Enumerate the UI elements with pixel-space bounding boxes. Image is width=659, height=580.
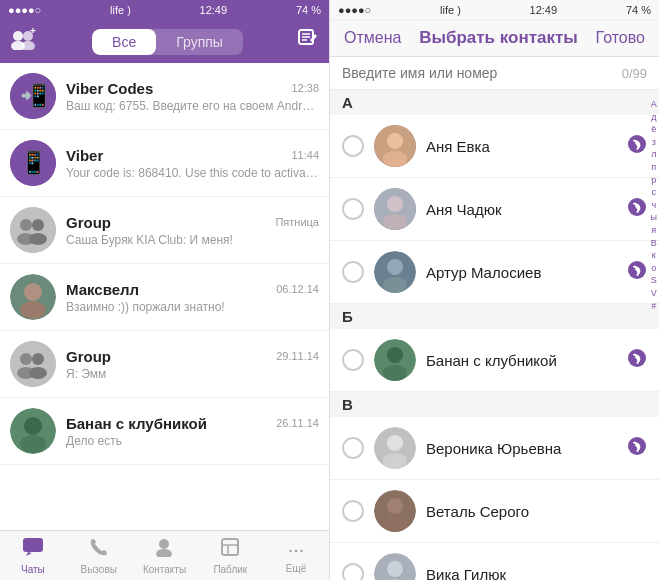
svg-point-53 <box>383 453 407 469</box>
index-l[interactable]: л <box>651 148 657 161</box>
calls-icon <box>89 537 109 562</box>
index-k[interactable]: к <box>651 249 657 262</box>
left-header: + Все Группы <box>0 20 329 63</box>
svg-point-48 <box>387 347 403 363</box>
radio-veronika[interactable] <box>342 437 364 459</box>
svg-point-28 <box>20 435 46 453</box>
index-S[interactable]: S <box>651 274 657 287</box>
radio-banan[interactable] <box>342 349 364 371</box>
chat-item-banan[interactable]: Банан с клубникой 26.11.14 Дело есть <box>0 398 329 465</box>
chat-name: Банан с клубникой <box>66 415 207 432</box>
radio-vika[interactable] <box>342 563 364 580</box>
done-button[interactable]: Готово <box>596 29 645 47</box>
svg-point-41 <box>383 214 407 230</box>
contact-item-artur[interactable]: Артур Малосиев <box>330 241 659 304</box>
add-group-button[interactable]: + <box>10 28 38 55</box>
nav-public[interactable]: Паблик <box>197 537 263 575</box>
svg-point-45 <box>383 277 407 293</box>
chat-item-group1[interactable]: Group Пятница Саша Буряк KIA Club: И мен… <box>0 197 329 264</box>
search-input[interactable] <box>342 65 622 81</box>
index-v[interactable]: В <box>651 237 657 250</box>
index-yo[interactable]: ё <box>651 123 657 136</box>
cancel-button[interactable]: Отмена <box>344 29 401 47</box>
time-right: 12:49 <box>530 4 558 16</box>
svg-rect-32 <box>222 539 238 555</box>
index-ch[interactable]: ч <box>651 199 657 212</box>
tab-groups[interactable]: Группы <box>156 29 243 55</box>
chat-preview: Саша Буряк KIA Club: И меня! <box>66 233 319 247</box>
tab-all[interactable]: Все <box>92 29 156 55</box>
svg-point-52 <box>387 435 403 451</box>
nav-more[interactable]: ··· Ещё <box>263 538 329 574</box>
svg-point-3 <box>21 41 35 50</box>
contact-name-banan: Банан с клубникой <box>426 352 627 369</box>
contact-item-vetal[interactable]: Веталь Серого <box>330 480 659 543</box>
index-a[interactable]: А <box>651 98 657 111</box>
contact-name-vika: Вика Гилюк <box>426 566 647 581</box>
avatar-group1 <box>10 207 56 253</box>
chat-info-viber: Viber 11:44 Your code is: 868410. Use th… <box>66 147 319 180</box>
search-bar: 0/99 <box>330 57 659 90</box>
index-ya[interactable]: я <box>651 224 657 237</box>
index-o[interactable]: о <box>651 262 657 275</box>
more-icon: ··· <box>288 538 305 561</box>
svg-point-25 <box>29 367 47 379</box>
public-icon <box>220 537 240 562</box>
chat-item-viber[interactable]: 📱 Viber 11:44 Your code is: 868410. Use … <box>0 130 329 197</box>
chat-time: 26.11.14 <box>276 417 319 429</box>
nav-contacts[interactable]: Контакты <box>132 537 198 575</box>
radio-vetal[interactable] <box>342 500 364 522</box>
svg-point-36 <box>387 133 403 149</box>
nav-chats[interactable]: Чаты <box>0 537 66 575</box>
index-s[interactable]: с <box>651 186 657 199</box>
radio-anya-evka[interactable] <box>342 135 364 157</box>
index-hash[interactable]: # <box>651 300 657 313</box>
svg-point-14 <box>20 219 32 231</box>
index-p[interactable]: п <box>651 161 657 174</box>
time-left: 12:49 <box>200 4 228 16</box>
svg-point-0 <box>13 31 23 41</box>
svg-point-22 <box>20 353 32 365</box>
index-V[interactable]: V <box>651 287 657 300</box>
radio-anya-chadyuk[interactable] <box>342 198 364 220</box>
avatar-banan-contact <box>374 339 416 381</box>
avatar-anya-evka <box>374 125 416 167</box>
chat-item-group2[interactable]: Group 29.11.14 Я: Эмм <box>0 331 329 398</box>
nav-label-chats: Чаты <box>21 564 45 575</box>
chat-item-maxwell[interactable]: Максвелл 06.12.14 Взаимно :)) поржали зн… <box>0 264 329 331</box>
index-z[interactable]: з <box>651 136 657 149</box>
signal-left: ●●●●○ <box>8 4 41 16</box>
chats-icon <box>22 537 44 562</box>
chat-info-maxwell: Максвелл 06.12.14 Взаимно :)) поржали зн… <box>66 281 319 314</box>
contact-item-anya-evka[interactable]: Аня Евка <box>330 115 659 178</box>
viber-badge-artur <box>627 260 647 285</box>
contact-item-veronika[interactable]: Вероника Юрьевна <box>330 417 659 480</box>
chat-time: 06.12.14 <box>276 283 319 295</box>
nav-calls[interactable]: Вызовы <box>66 537 132 575</box>
avatar-vetal <box>374 490 416 532</box>
svg-point-59 <box>387 561 403 577</box>
index-y[interactable]: ы <box>651 211 657 224</box>
radio-artur[interactable] <box>342 261 364 283</box>
nav-label-contacts: Контакты <box>143 564 186 575</box>
svg-text:+: + <box>30 28 36 36</box>
contact-item-vika[interactable]: Вика Гилюк <box>330 543 659 580</box>
viber-badge-banan <box>627 348 647 373</box>
chat-name: Максвелл <box>66 281 139 298</box>
avatar-banan <box>10 408 56 454</box>
compose-button[interactable] <box>297 28 319 55</box>
left-panel: ●●●●○ life ) 12:49 74 % + Все Группы <box>0 0 330 580</box>
svg-text:📱: 📱 <box>20 149 48 176</box>
chat-item-viber-codes[interactable]: 📲 Viber Codes 12:38 Ваш код: 6755. Введи… <box>0 63 329 130</box>
index-r[interactable]: р <box>651 174 657 187</box>
select-contacts-title: Выбрать контакты <box>419 28 578 48</box>
chat-preview: Дело есть <box>66 434 319 448</box>
nav-label-more: Ещё <box>286 563 306 574</box>
index-d[interactable]: д <box>651 111 657 124</box>
carrier-right: life ) <box>440 4 461 16</box>
contact-item-banan[interactable]: Банан с клубникой <box>330 329 659 392</box>
contact-item-anya-chadyuk[interactable]: Аня Чадюк <box>330 178 659 241</box>
chat-name: Viber <box>66 147 103 164</box>
viber-badge-anya-evka <box>627 134 647 159</box>
svg-point-21 <box>10 341 56 387</box>
